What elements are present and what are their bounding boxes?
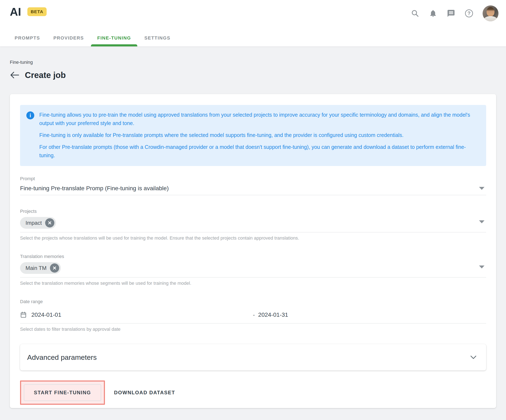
page-title: Create job <box>25 70 66 80</box>
beta-badge: BETA <box>27 7 47 16</box>
tm-chip-label: Main TM <box>26 265 47 271</box>
date-range-row: 2024-01-01 - 2024-01-31 <box>20 310 486 320</box>
calendar-icon <box>20 311 27 318</box>
main-content: Fine-tuning Create job i Fine-tuning all… <box>0 60 506 408</box>
help-icon[interactable]: ? <box>465 9 473 18</box>
translation-memories-helper: Select the translation memories whose se… <box>20 280 486 286</box>
info-paragraph: Fine-tuning is only available for Pre-tr… <box>39 131 479 139</box>
notifications-bell-icon[interactable] <box>429 9 437 18</box>
translation-memories-select[interactable]: Main TM <box>20 262 486 274</box>
messages-chat-icon[interactable] <box>447 9 455 18</box>
date-range-helper: Select dates to filter translations by a… <box>20 327 486 332</box>
chevron-down-icon <box>470 355 477 359</box>
prompt-value: Fine-tuning Pre-translate Promp (Fine-tu… <box>20 185 169 192</box>
date-end-value: 2024-01-31 <box>258 312 288 318</box>
field-underline <box>20 232 486 233</box>
prompt-select[interactable]: Fine-tuning Pre-translate Promp (Fine-tu… <box>20 185 486 192</box>
help-circle: ? <box>465 9 473 17</box>
chip-close-icon[interactable] <box>45 218 54 227</box>
projects-select[interactable]: Impact <box>20 217 486 229</box>
back-arrow-icon[interactable] <box>10 71 20 79</box>
date-end-input[interactable]: - 2024-01-31 <box>253 312 288 318</box>
info-paragraph: Fine-tuning allows you to pre-train the … <box>39 111 479 127</box>
chevron-down-icon[interactable] <box>479 187 485 190</box>
project-chip-label: Impact <box>26 220 42 226</box>
tab-settings[interactable]: SETTINGS <box>144 35 170 47</box>
date-separator: - <box>253 312 255 318</box>
chevron-down-icon[interactable] <box>479 220 485 223</box>
tab-bar: PROMPTS PROVIDERS FINE-TUNING SETTINGS <box>15 35 170 47</box>
translation-memories-label: Translation memories <box>20 254 486 259</box>
projects-helper: Select the projects whose translations w… <box>20 235 486 241</box>
date-start-value: 2024-01-01 <box>31 312 61 318</box>
tm-chip: Main TM <box>20 262 61 274</box>
app-header: AI BETA <box>0 0 506 47</box>
search-icon[interactable] <box>411 9 419 18</box>
info-text: Fine-tuning allows you to pre-train the … <box>39 111 479 160</box>
create-job-card: i Fine-tuning allows you to pre-train th… <box>10 94 496 408</box>
chevron-down-icon[interactable] <box>479 266 485 268</box>
field-underline <box>20 195 486 195</box>
info-icon: i <box>26 111 34 119</box>
tab-providers[interactable]: PROVIDERS <box>53 35 84 47</box>
actions-row: START FINE-TUNING DOWNLOAD DATASET <box>20 380 486 405</box>
page: AI BETA <box>0 0 506 420</box>
tab-prompts[interactable]: PROMPTS <box>15 35 40 47</box>
field-underline <box>20 323 486 324</box>
info-box: i Fine-tuning allows you to pre-train th… <box>20 105 486 166</box>
date-range-label: Date range <box>20 299 486 304</box>
info-paragraph: For other Pre-translate prompts (those w… <box>39 143 479 160</box>
start-fine-tuning-button[interactable]: START FINE-TUNING <box>24 384 101 401</box>
header-icons: ? <box>411 6 499 21</box>
advanced-parameters-panel[interactable]: Advanced parameters <box>20 344 486 370</box>
app-logo: AI <box>10 6 21 18</box>
title-row: Create job <box>10 69 496 81</box>
tab-fine-tuning[interactable]: FINE-TUNING <box>97 35 131 47</box>
prompt-label: Prompt <box>20 176 486 181</box>
field-underline <box>20 277 486 278</box>
download-dataset-button[interactable]: DOWNLOAD DATASET <box>112 386 177 400</box>
help-glyph: ? <box>467 11 471 16</box>
avatar[interactable] <box>483 6 499 21</box>
chip-close-icon[interactable] <box>50 263 59 273</box>
annotation-highlight: START FINE-TUNING <box>20 380 105 405</box>
advanced-parameters-title: Advanced parameters <box>27 353 97 361</box>
projects-label: Projects <box>20 209 486 214</box>
breadcrumb: Fine-tuning <box>10 60 496 65</box>
project-chip: Impact <box>20 217 56 229</box>
date-start-input[interactable]: 2024-01-01 <box>20 311 61 318</box>
info-glyph: i <box>30 113 31 118</box>
